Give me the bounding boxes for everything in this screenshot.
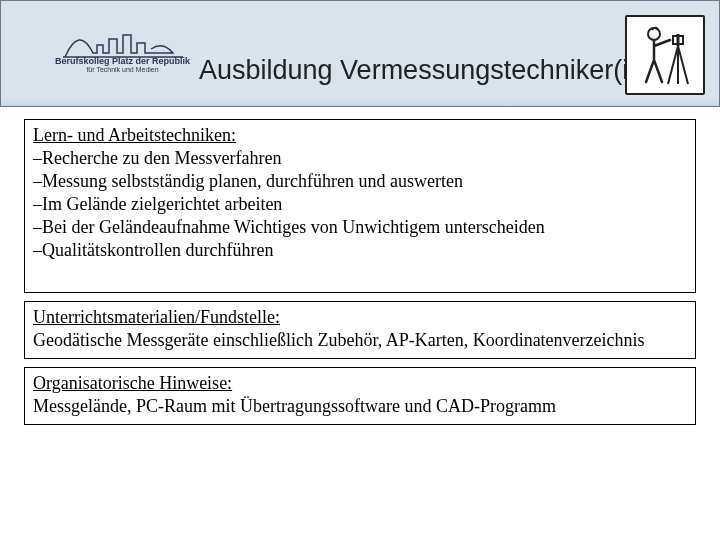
svg-point-1: [648, 28, 660, 40]
materials-body: Geodätische Messgeräte einschließlich Zu…: [33, 330, 645, 350]
organizational-box: Organisatorische Hinweise: Messgelände, …: [24, 367, 696, 425]
logo-text: Berufskolleg Platz der Republik: [55, 57, 190, 66]
logo-subtext: für Technik und Medien: [86, 66, 158, 73]
technique-item: Recherche zu den Messverfahren: [33, 147, 687, 170]
skyline-logo-icon: [63, 17, 183, 59]
organizational-body: Messgelände, PC-Raum mit Übertragungssof…: [33, 396, 556, 416]
materials-heading: Unterrichtsmaterialien/Fundstelle:: [33, 307, 280, 327]
technique-item: Messung selbstständig planen, durchführe…: [33, 170, 687, 193]
surveyor-icon: [625, 15, 705, 95]
school-logo: Berufskolleg Platz der Republik für Tech…: [55, 17, 190, 73]
organizational-heading: Organisatorische Hinweise:: [33, 373, 232, 393]
page-title: Ausbildung Vermessungstechniker(innen): [199, 55, 697, 86]
materials-box: Unterrichtsmaterialien/Fundstelle: Geodä…: [24, 301, 696, 359]
content-area: Lern- und Arbeitstechniken: Recherche zu…: [0, 107, 720, 425]
slide-header: Berufskolleg Platz der Republik für Tech…: [0, 0, 720, 107]
technique-item: Qualitätskontrollen durchführen: [33, 239, 687, 262]
techniques-box: Lern- und Arbeitstechniken: Recherche zu…: [24, 119, 696, 293]
technique-item: Im Gelände zielgerichtet arbeiten: [33, 193, 687, 216]
technique-item: Bei der Geländeaufnahme Wichtiges von Un…: [33, 216, 687, 239]
techniques-heading: Lern- und Arbeitstechniken:: [33, 125, 236, 145]
